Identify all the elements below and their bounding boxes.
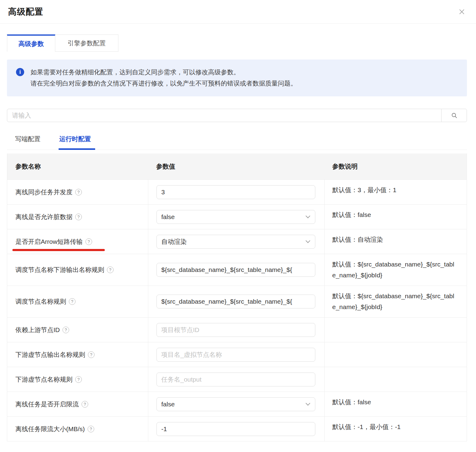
param-value-cell: false [148, 205, 325, 229]
parameters-table: 参数名称 参数值 参数说明 离线同步任务并发度 ? 默认值：3，最小值：1 离线… [7, 153, 467, 441]
info-banner-line2: 请在完全明白对应参数的含义情况下再进行修改，以免产生不可预料的错误或者数据质量问… [31, 78, 297, 89]
param-desc-cell: 默认值：3，最小值：1 [325, 180, 467, 204]
table-row: 离线任务限流大小(MB/s) ? 默认值：-1，最小值：-1 [7, 416, 467, 441]
param-value-cell: false [148, 392, 325, 416]
help-icon[interactable]: ? [75, 376, 82, 383]
param-value-select[interactable]: false [156, 210, 315, 224]
table-row: 下游虚节点名称规则 ? [7, 367, 467, 392]
param-desc-cell: 默认值：false [325, 392, 467, 416]
modal-header: 高级配置 [0, 0, 476, 24]
table-row: 是否开启Arrow短路传输 ? 自动渲染 默认值：自动渲染 [7, 229, 467, 254]
table-row: 离线同步任务并发度 ? 默认值：3，最小值：1 [7, 179, 467, 204]
search-button[interactable] [441, 109, 467, 122]
subtab-label: 写端配置 [15, 135, 40, 142]
param-desc-cell [325, 367, 467, 392]
help-icon[interactable]: ? [63, 327, 69, 333]
table-header-row: 参数名称 参数值 参数说明 [7, 153, 467, 179]
param-name-label: 依赖上游节点ID [15, 326, 60, 334]
tab-label: 高级参数 [18, 40, 44, 48]
help-icon[interactable]: ? [69, 298, 76, 305]
param-desc-cell [325, 318, 467, 342]
table-body: 离线同步任务并发度 ? 默认值：3，最小值：1 离线是否允许脏数据 ? fals… [7, 179, 467, 441]
help-icon[interactable]: ? [75, 189, 82, 195]
info-icon: i [16, 68, 24, 76]
sub-tabs: 写端配置 运行时配置 [7, 135, 467, 150]
param-name-cell: 离线同步任务并发度 ? [7, 180, 148, 204]
red-underline-annotation [12, 249, 105, 251]
param-name-label: 离线任务是否开启限流 [15, 400, 79, 408]
help-icon[interactable]: ? [85, 238, 92, 245]
info-banner: i 如果需要对任务做精细化配置，达到自定义同步需求，可以修改高级参数。 请在完全… [7, 60, 467, 96]
param-value-input[interactable] [156, 263, 315, 277]
chevron-down-icon [306, 214, 310, 218]
table-row: 离线是否允许脏数据 ? false 默认值：false [7, 204, 467, 229]
param-name-label: 下游虚节点输出名称规则 [15, 350, 85, 359]
close-icon [458, 8, 465, 15]
param-name-label: 调度节点名称下游输出名称规则 [15, 266, 104, 274]
param-desc-cell: 默认值：${src_database_name}_${src_table_nam… [325, 286, 467, 317]
tab-engine-params[interactable]: 引擎参数配置 [55, 34, 118, 52]
param-value-input[interactable] [156, 348, 315, 362]
tab-label: 引擎参数配置 [68, 39, 106, 47]
param-value-input[interactable] [156, 295, 315, 308]
param-name-label: 离线是否允许脏数据 [15, 213, 72, 221]
select-value: false [161, 401, 175, 408]
subtab-runtime-config[interactable]: 运行时配置 [59, 135, 91, 150]
param-value-input[interactable] [156, 373, 315, 386]
param-desc-cell: 默认值：${src_database_name}_${src_table_nam… [325, 254, 467, 286]
param-value-input[interactable] [156, 422, 315, 436]
param-name-cell: 调度节点名称下游输出名称规则 ? [7, 254, 148, 286]
table-row: 下游虚节点输出名称规则 ? [7, 342, 467, 367]
param-name-label: 离线同步任务并发度 [15, 188, 72, 196]
modal-title: 高级配置 [8, 6, 43, 18]
help-icon[interactable]: ? [75, 214, 82, 220]
param-name-cell: 下游虚节点输出名称规则 ? [7, 342, 148, 367]
top-tabs: 高级参数 引擎参数配置 [7, 34, 467, 52]
param-desc-cell: 默认值：自动渲染 [325, 229, 467, 254]
param-value-cell [148, 180, 325, 204]
column-header-param-value: 参数值 [148, 153, 325, 179]
param-desc-cell [325, 342, 467, 367]
param-value-cell: 自动渲染 [148, 229, 325, 254]
param-value-cell [148, 367, 325, 392]
column-header-param-desc: 参数说明 [325, 153, 467, 179]
select-value: 自动渲染 [161, 237, 187, 246]
help-icon[interactable]: ? [82, 401, 88, 408]
select-value: false [161, 213, 175, 221]
modal-body: 高级参数 引擎参数配置 i 如果需要对任务做精细化配置，达到自定义同步需求，可以… [0, 34, 476, 441]
help-icon[interactable]: ? [88, 351, 95, 358]
table-row: 调度节点名称下游输出名称规则 ? 默认值：${src_database_name… [7, 254, 467, 286]
param-value-cell [148, 286, 325, 317]
help-icon[interactable]: ? [107, 266, 114, 273]
param-name-cell: 离线任务是否开启限流 ? [7, 392, 148, 416]
table-row: 离线任务是否开启限流 ? false 默认值：false [7, 392, 467, 416]
param-name-cell: 是否开启Arrow短路传输 ? [7, 229, 148, 254]
param-name-label: 调度节点名称规则 [15, 297, 66, 306]
tab-advanced-params[interactable]: 高级参数 [7, 34, 55, 52]
search-input[interactable] [7, 109, 442, 122]
subtab-writer-config[interactable]: 写端配置 [15, 135, 40, 150]
param-value-select[interactable]: false [156, 397, 315, 411]
table-row: 依赖上游节点ID ? [7, 317, 467, 342]
param-value-input[interactable] [156, 323, 315, 337]
param-desc-cell: 默认值：-1，最小值：-1 [325, 417, 467, 441]
param-desc-cell: 默认值：false [325, 205, 467, 229]
param-name-label: 下游虚节点名称规则 [15, 375, 72, 384]
param-value-cell [148, 417, 325, 441]
param-name-cell: 下游虚节点名称规则 ? [7, 367, 148, 392]
close-button[interactable] [457, 7, 466, 16]
param-value-cell [148, 318, 325, 342]
param-name-cell: 调度节点名称规则 ? [7, 286, 148, 317]
param-name-label: 是否开启Arrow短路传输 [15, 237, 83, 246]
param-value-cell [148, 342, 325, 367]
table-row: 调度节点名称规则 ? 默认值：${src_database_name}_${sr… [7, 286, 467, 317]
chevron-down-icon [306, 238, 310, 243]
help-icon[interactable]: ? [88, 426, 94, 432]
info-banner-line1: 如果需要对任务做精细化配置，达到自定义同步需求，可以修改高级参数。 [31, 66, 297, 78]
param-name-cell: 依赖上游节点ID ? [7, 318, 148, 342]
info-banner-text: 如果需要对任务做精细化配置，达到自定义同步需求，可以修改高级参数。 请在完全明白… [31, 66, 297, 89]
param-value-select[interactable]: 自动渲染 [156, 235, 315, 249]
param-value-input[interactable] [156, 185, 315, 199]
active-tab-inkbar [59, 148, 95, 150]
chevron-down-icon [306, 401, 310, 406]
